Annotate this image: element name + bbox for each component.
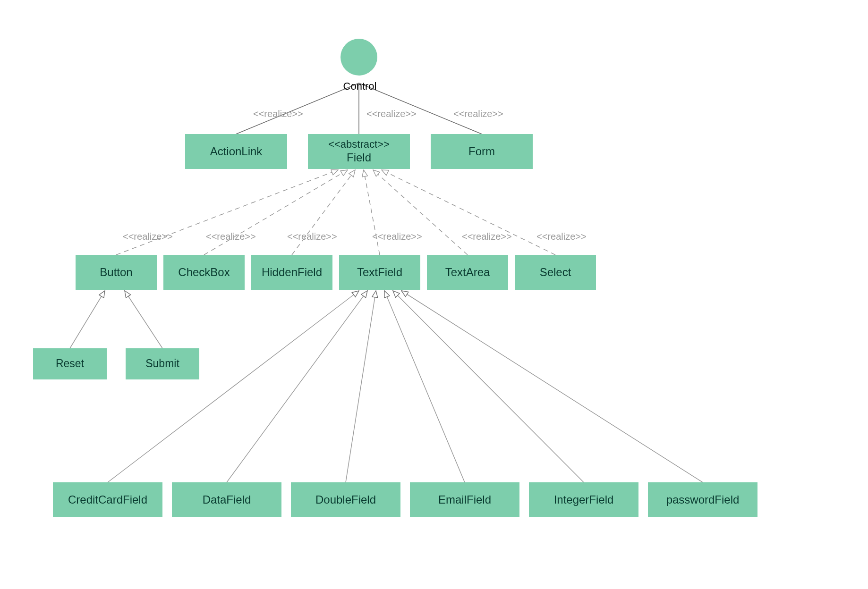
svg-line-3 <box>116 170 338 255</box>
edge-label-realize: <<realize>> <box>462 231 512 242</box>
node-button: Button <box>76 255 157 290</box>
node-reset: Reset <box>33 348 107 379</box>
node-label: DataField <box>203 493 251 507</box>
node-datafield: DataField <box>172 482 281 517</box>
node-form: Form <box>431 134 533 169</box>
svg-line-8 <box>382 170 555 255</box>
edge-label-realize: <<realize>> <box>206 231 256 242</box>
svg-line-12 <box>227 291 367 482</box>
node-select: Select <box>515 255 596 290</box>
node-passwordfield: passwordField <box>648 482 757 517</box>
node-label: ActionLink <box>210 145 263 159</box>
node-emailfield: EmailField <box>410 482 519 517</box>
node-integerfield: IntegerField <box>529 482 638 517</box>
svg-line-16 <box>401 291 703 482</box>
node-label: TextArea <box>445 266 490 279</box>
node-doublefield: DoubleField <box>291 482 400 517</box>
edge-label-realize: <<realize>> <box>536 231 587 242</box>
node-label: Form <box>468 145 495 159</box>
edge-label-realize: <<realize>> <box>287 231 337 242</box>
node-creditcardfield: CreditCardField <box>53 482 162 517</box>
svg-line-7 <box>373 170 468 255</box>
svg-line-11 <box>108 291 359 482</box>
node-label: Submit <box>145 357 179 370</box>
node-label: CreditCardField <box>68 493 147 507</box>
node-label: HiddenField <box>262 266 322 279</box>
svg-line-6 <box>364 170 380 255</box>
node-label: Reset <box>56 357 84 370</box>
node-submit: Submit <box>126 348 199 379</box>
node-checkbox: CheckBox <box>163 255 245 290</box>
node-textfield: TextField <box>339 255 420 290</box>
edge-label-realize: <<realize>> <box>366 109 417 119</box>
node-label: TextField <box>357 266 402 279</box>
svg-line-10 <box>125 291 162 348</box>
svg-line-15 <box>393 291 584 482</box>
control-interface-circle <box>340 39 377 76</box>
edge-label-realize: <<realize>> <box>253 109 303 119</box>
node-label: EmailField <box>438 493 491 507</box>
node-label: Select <box>540 266 571 279</box>
svg-line-5 <box>292 170 355 255</box>
node-field: <<abstract>> Field <box>308 134 410 169</box>
node-stereotype: <<abstract>> <box>328 138 390 151</box>
node-actionlink: ActionLink <box>185 134 287 169</box>
node-label: passwordField <box>666 493 740 507</box>
svg-line-9 <box>70 291 105 348</box>
node-textarea: TextArea <box>427 255 508 290</box>
node-label: DoubleField <box>315 493 376 507</box>
node-label: Button <box>100 266 132 279</box>
node-label: IntegerField <box>554 493 614 507</box>
edge-label-realize: <<realize>> <box>123 231 173 242</box>
node-label: CheckBox <box>178 266 230 279</box>
svg-line-13 <box>346 291 376 482</box>
svg-line-14 <box>384 291 465 482</box>
svg-line-4 <box>204 170 348 255</box>
edge-label-realize: <<realize>> <box>453 109 503 119</box>
node-label: Field <box>347 151 371 165</box>
control-label: Control <box>341 80 379 93</box>
edge-label-realize: <<realize>> <box>372 231 422 242</box>
node-hiddenfield: HiddenField <box>251 255 332 290</box>
